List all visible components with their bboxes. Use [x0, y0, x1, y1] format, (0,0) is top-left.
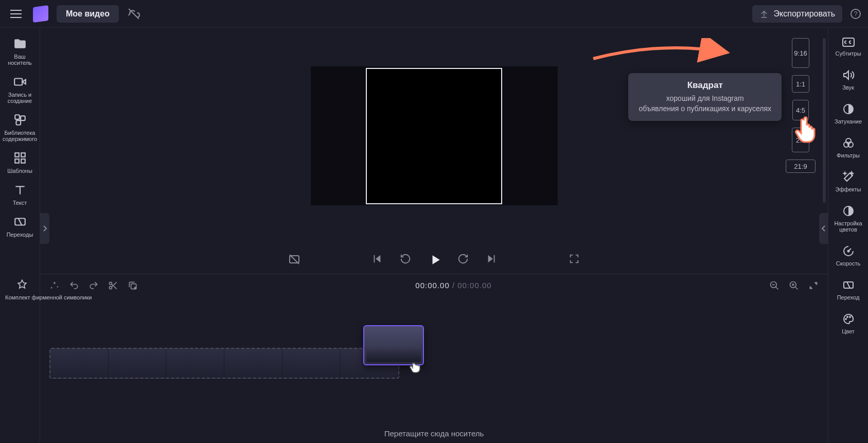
aspect-1-1[interactable]: 1:1	[792, 75, 809, 93]
cloud-off-icon[interactable]	[127, 7, 140, 21]
right-sidebar: Субтитры Звук Затухание Фильтры Эффекты …	[828, 28, 868, 443]
brandkit-icon	[15, 278, 29, 291]
svg-rect-6	[21, 153, 25, 157]
fade-icon	[842, 103, 855, 115]
preview-background	[311, 66, 558, 205]
svg-rect-8	[21, 159, 25, 163]
sidebar-item-color[interactable]: Цвет	[830, 313, 866, 334]
fullscreen-button[interactable]	[569, 253, 580, 264]
export-button[interactable]: Экспортировать	[752, 5, 842, 23]
aspect-21-9[interactable]: 21:9	[786, 160, 816, 173]
preview-canvas[interactable]	[366, 68, 502, 204]
svg-rect-7	[15, 159, 19, 163]
forward-5s-button[interactable]	[457, 253, 469, 264]
center-area: 9:16 1:1 4:5 2:3 21:9 Квадрат хороший дл…	[40, 28, 828, 443]
export-label: Экспортировать	[774, 9, 835, 19]
library-icon	[13, 113, 27, 127]
top-bar: Мое видео Экспортировать ?	[0, 0, 868, 28]
redo-button[interactable]	[88, 280, 99, 291]
project-title[interactable]: Мое видео	[57, 5, 119, 23]
drop-hint-label: Перетащите сюда носитель	[40, 429, 828, 438]
zoom-out-button[interactable]	[769, 280, 780, 291]
svg-rect-3	[21, 116, 25, 120]
sidebar-item-audio[interactable]: Звук	[830, 69, 866, 91]
prev-frame-button[interactable]	[371, 253, 382, 264]
sidebar-item-fade[interactable]: Затухание	[830, 103, 866, 125]
svg-point-13	[110, 286, 112, 289]
camera-icon	[13, 75, 27, 88]
transition-icon	[842, 279, 855, 291]
svg-point-24	[847, 251, 849, 252]
svg-rect-4	[16, 120, 21, 125]
split-button[interactable]	[108, 280, 118, 291]
speaker-icon	[842, 69, 855, 81]
tooltip-title: Квадрат	[639, 80, 771, 91]
timeline-toolbar: 00:00.00 / 00:00.00	[40, 274, 828, 296]
contrast-icon	[842, 205, 855, 217]
fit-timeline-button[interactable]	[808, 280, 819, 291]
aspect-9-16[interactable]: 9:16	[792, 38, 809, 68]
left-sidebar: Ваш носитель Запись и создание Библиотек…	[0, 28, 40, 443]
timeline-area[interactable]: Перетащите сюда носитель	[40, 296, 828, 443]
svg-rect-1	[14, 79, 22, 85]
sidebar-item-media[interactable]: Ваш носитель	[2, 37, 38, 66]
aspect-scrollbar[interactable]	[823, 38, 826, 203]
aspect-ratio-list: 9:16 1:1 4:5 2:3 21:9	[786, 38, 816, 173]
timecode-display: 00:00.00 / 00:00.00	[415, 281, 491, 290]
back-5s-button[interactable]	[400, 253, 411, 264]
sidebar-item-text[interactable]: Текст	[2, 183, 38, 206]
transitions-icon	[13, 215, 27, 228]
sidebar-item-templates[interactable]: Шаблоны	[2, 151, 38, 174]
aspect-2-3[interactable]: 2:3	[792, 128, 809, 152]
wand-icon	[842, 171, 855, 183]
magic-button[interactable]	[49, 280, 60, 291]
transport-controls	[40, 244, 828, 274]
app-logo	[33, 5, 48, 22]
menu-button[interactable]	[7, 5, 25, 23]
svg-point-27	[847, 316, 848, 317]
templates-icon	[13, 151, 27, 165]
zoom-in-button[interactable]	[789, 280, 799, 291]
annotation-arrow	[591, 38, 735, 69]
help-button[interactable]: ?	[851, 9, 861, 19]
svg-point-28	[849, 316, 851, 317]
play-button[interactable]	[429, 253, 440, 264]
aspect-4-5[interactable]: 4:5	[792, 100, 809, 120]
sidebar-item-transitions[interactable]: Переходы	[2, 215, 38, 238]
next-frame-button[interactable]	[486, 253, 498, 264]
cc-icon	[842, 37, 855, 47]
svg-point-26	[845, 318, 846, 320]
sidebar-item-record[interactable]: Запись и создание	[2, 75, 38, 104]
gauge-icon	[842, 245, 855, 257]
sidebar-item-effects[interactable]: Эффекты	[830, 171, 866, 192]
palette-icon	[842, 313, 855, 325]
sidebar-item-speed[interactable]: Скорость	[830, 245, 866, 267]
svg-rect-2	[15, 115, 20, 119]
undo-button[interactable]	[69, 280, 79, 291]
timeline-track[interactable]	[49, 348, 399, 379]
svg-point-15	[134, 287, 136, 289]
sidebar-item-subtitles[interactable]: Субтитры	[830, 37, 866, 57]
svg-rect-5	[15, 153, 19, 157]
grab-cursor-icon	[409, 358, 424, 374]
text-icon	[13, 183, 27, 197]
aspect-tooltip: Квадрат хороший для Instagramобъявления …	[628, 73, 782, 121]
filters-icon	[842, 137, 855, 149]
safe-zone-toggle[interactable]	[288, 253, 299, 264]
svg-point-12	[110, 282, 112, 285]
sidebar-item-library[interactable]: Библиотека содержимого	[2, 113, 38, 142]
right-panel-toggle[interactable]	[819, 213, 828, 244]
sidebar-item-filters[interactable]: Фильтры	[830, 137, 866, 158]
copy-button[interactable]	[128, 280, 138, 291]
folder-icon	[13, 37, 27, 50]
sidebar-item-color-adjust[interactable]: Настройка цветов	[830, 205, 866, 233]
sidebar-item-transition[interactable]: Переход	[830, 279, 866, 300]
upload-icon	[759, 9, 769, 19]
preview-area: 9:16 1:1 4:5 2:3 21:9 Квадрат хороший дл…	[40, 28, 828, 244]
